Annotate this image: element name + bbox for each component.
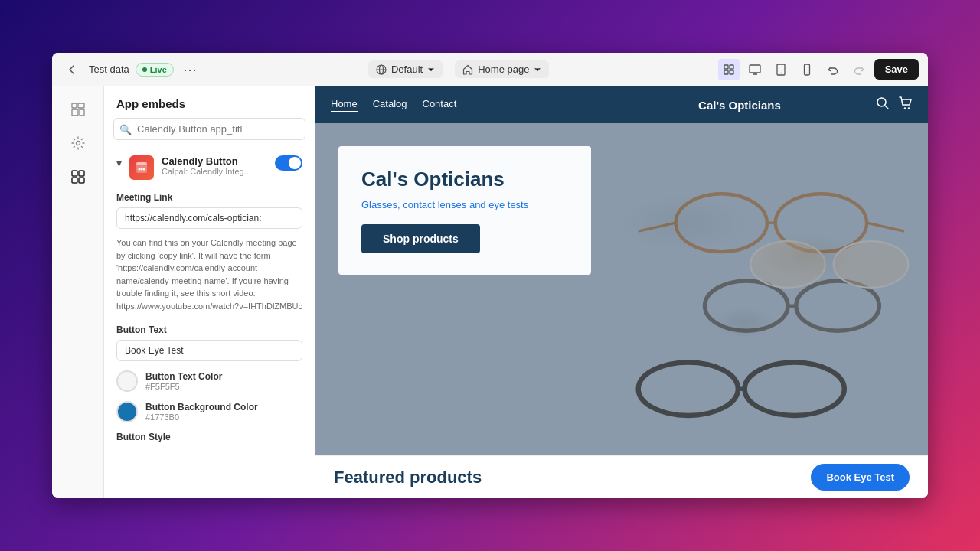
store-nav: Home Catalog Contact Cal's Opticians [315,86,928,123]
undo-icon [827,64,839,76]
redo-icon-btn[interactable] [848,59,870,80]
svg-point-29 [904,107,906,109]
live-dot [142,67,147,72]
sidebar-icon-settings[interactable] [64,129,92,157]
chevron-icon[interactable]: ▾ [116,157,122,169]
svg-point-13 [806,72,807,73]
sidebar-icon-apps[interactable] [64,163,92,191]
svg-rect-15 [78,103,84,108]
hero-subtitle: Glasses, contact lenses and eye tests [361,199,568,210]
tablet-icon [775,64,787,76]
desktop-icon [749,64,761,76]
meeting-link-note: You can find this on your Calendly meeti… [104,236,315,318]
store-nav-links: Home Catalog Contact [331,98,603,112]
chevron-down-icon-2 [534,66,541,73]
button-text-label: Button Text [116,324,302,335]
bg-color-swatch[interactable] [116,401,138,422]
toolbar-center: Default Home page [206,60,712,78]
svg-point-18 [76,142,80,145]
back-icon[interactable] [61,59,83,80]
text-color-swatch[interactable] [116,370,138,392]
book-eye-test-button[interactable]: Book Eye Test [811,464,910,491]
calendly-logo [129,155,154,180]
live-badge: Live [136,63,174,77]
panel-search: 🔍 [113,118,305,140]
svg-rect-21 [72,178,77,183]
embed-name: Calendly Button [162,155,267,167]
meeting-link-input[interactable] [116,207,302,229]
svg-point-44 [834,241,909,288]
chevron-down-icon [427,66,435,73]
button-style-label: Button Style [116,432,302,442]
toggle-switch[interactable] [275,155,302,171]
button-text-input[interactable] [116,340,302,361]
desktop-icon-btn[interactable] [744,59,766,80]
search-nav-icon[interactable] [876,96,890,114]
shop-products-button[interactable]: Shop products [361,224,480,253]
browser-toolbar: Test data Live ⋯ Default [52,53,928,86]
home-icon [462,64,473,75]
left-sidebar [52,86,104,498]
button-bg-color-hex: #1773B0 [145,412,258,422]
nav-contact[interactable]: Contact [423,98,457,112]
button-text-color-hex: #F5F5F5 [145,382,222,391]
main-area: App embeds 🔍 ▾ Calend [52,86,928,498]
nav-catalog[interactable]: Catalog [373,98,407,112]
button-bg-color-label: Button Background Color [145,402,258,412]
svg-point-27 [143,168,145,171]
live-label: Live [150,65,167,74]
more-icon[interactable]: ⋯ [180,58,200,81]
featured-products-title: Featured products [334,468,811,487]
svg-point-11 [780,72,782,73]
redo-icon [853,64,865,76]
store-hero-content: Cal's Opticians Glasses, contact lenses … [338,146,591,275]
embed-sub: Calpal: Calendly Integ... [162,167,267,176]
svg-rect-19 [72,171,77,176]
toolbar-right: Save [718,59,919,80]
svg-rect-5 [724,70,728,74]
button-style-section: Button Style [104,425,315,450]
embed-info: Calendly Button Calpal: Calendly Integ..… [162,155,267,176]
globe-icon [376,64,387,75]
browser-window: Test data Live ⋯ Default [52,53,928,498]
svg-point-30 [908,107,910,109]
search-icon: 🔍 [119,123,132,135]
svg-rect-3 [724,65,728,69]
language-selector[interactable]: Default [368,60,443,78]
panel-header: App embeds [104,86,315,118]
cart-nav-icon[interactable] [899,96,913,114]
save-button[interactable]: Save [874,59,919,80]
store-hero: Cal's Opticians Glasses, contact lenses … [315,123,928,455]
mobile-icon-btn[interactable] [796,59,818,80]
sidebar-icon-grid[interactable] [64,96,92,123]
meeting-link-section: Meeting Link [104,186,315,232]
preview-area: Home Catalog Contact Cal's Opticians [315,86,928,498]
test-data-label: Test data [89,64,129,75]
page-selector[interactable]: Home page [455,60,549,78]
svg-rect-17 [80,109,84,116]
tablet-icon-btn[interactable] [770,59,792,80]
button-bg-color-row: Button Background Color #1773B0 [104,395,315,425]
button-text-color-label: Button Text Color [145,371,222,382]
search-input[interactable] [113,118,305,140]
svg-rect-20 [79,171,84,176]
button-text-color-row: Button Text Color #F5F5F5 [104,364,315,395]
svg-point-26 [141,168,143,171]
default-label: Default [391,64,423,75]
meeting-link-label: Meeting Link [116,192,302,203]
app-embeds-panel: App embeds 🔍 ▾ Calend [104,86,315,498]
calendly-logo-icon [135,161,149,174]
svg-rect-22 [79,178,84,183]
store-brand: Cal's Opticians [603,99,876,112]
button-text-section: Button Text [104,318,315,364]
mobile-icon [801,64,813,76]
svg-rect-24 [136,162,147,165]
svg-rect-7 [750,65,760,73]
store-footer-row: Featured products Book Eye Test [315,455,928,498]
nav-home[interactable]: Home [331,98,358,112]
svg-rect-6 [730,70,733,74]
svg-point-25 [139,168,141,171]
svg-rect-14 [72,103,77,108]
sections-icon-btn[interactable] [718,59,740,80]
undo-icon-btn[interactable] [822,59,844,80]
